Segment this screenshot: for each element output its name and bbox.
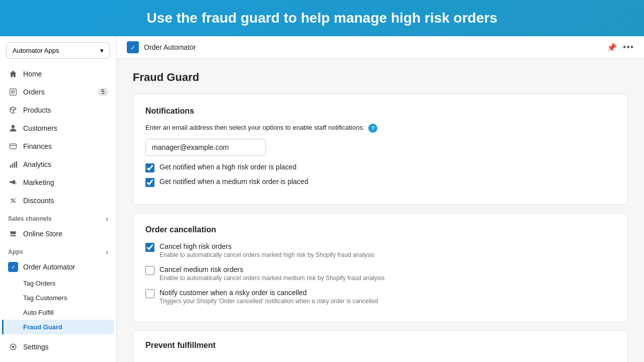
order-cancellation-card: Order cancellation Cancel high risk orde…	[133, 213, 628, 322]
sidebar-item-home-label: Home	[23, 70, 42, 78]
app-header-left: ✓ Order Automator	[127, 41, 196, 53]
sidebar-item-products-label: Products	[23, 106, 51, 114]
apps-chevron: ›	[106, 248, 108, 256]
pin-icon[interactable]: 📌	[607, 43, 617, 52]
sidebar-item-marketing-label: Marketing	[23, 178, 54, 187]
sidebar-item-home[interactable]: Home	[2, 65, 114, 83]
sidebar-item-finances[interactable]: Finances	[2, 137, 114, 155]
page-content: Fraud Guard Notifications Enter an email…	[117, 59, 644, 362]
notify-high-risk-checkbox[interactable]	[145, 163, 154, 172]
cancel-high-risk-row: Cancel high risk orders Enable to automa…	[145, 242, 615, 258]
sidebar: Automator Apps ▾ Home Orders 5 Products	[0, 36, 117, 362]
sidebar-item-analytics-label: Analytics	[23, 160, 51, 168]
email-input[interactable]	[145, 139, 266, 156]
notify-customer-desc: Triggers your Shopify 'Order cancelled' …	[159, 298, 378, 305]
analytics-icon	[8, 159, 18, 169]
tag-orders-label: Tag Orders	[23, 280, 55, 287]
notification-instruction: Enter an email address then select your …	[145, 124, 615, 133]
sales-channels-chevron: ›	[106, 215, 108, 223]
products-icon	[8, 105, 18, 115]
sidebar-item-orders[interactable]: Orders 5	[2, 83, 114, 101]
sidebar-item-discounts-label: Discounts	[23, 197, 54, 205]
chevron-down-icon: ▾	[100, 47, 104, 54]
more-actions-icon[interactable]: •••	[623, 42, 634, 53]
notify-medium-risk-label: Get notified when a medium risk order is…	[159, 177, 308, 186]
tag-customers-label: Tag Customers	[23, 294, 67, 302]
sales-channels-label: Sales channels	[8, 215, 52, 222]
sidebar-item-online-store-label: Online Store	[23, 230, 62, 238]
svg-rect-7	[10, 165, 11, 168]
notifications-section-title: Notifications	[145, 107, 615, 116]
svg-rect-5	[10, 144, 17, 149]
cancel-medium-risk-desc: Enable to automatically cancel orders ma…	[159, 275, 385, 282]
sidebar-dropdown[interactable]: Automator Apps ▾	[6, 42, 110, 59]
sidebar-item-discounts[interactable]: Discounts	[2, 192, 114, 210]
orders-badge: 5	[98, 88, 108, 96]
cancel-high-risk-checkbox[interactable]	[145, 243, 154, 252]
cancel-medium-risk-text: Cancel medium risk orders Enable to auto…	[159, 265, 385, 282]
prevent-fulfillment-card: Prevent fulfillment	[133, 330, 628, 362]
svg-rect-9	[14, 162, 15, 168]
notify-customer-checkbox[interactable]	[145, 289, 154, 298]
auto-fulfill-label: Auto Fulfill	[23, 309, 54, 316]
cancel-medium-risk-label: Cancel medium risk orders	[159, 265, 385, 274]
notify-customer-text: Notify customer when a risky order is ca…	[159, 289, 378, 305]
apps-label: Apps	[8, 248, 23, 255]
sidebar-item-online-store[interactable]: Online Store	[2, 225, 114, 243]
notify-medium-risk-row: Get notified when a medium risk order is…	[145, 177, 615, 187]
svg-point-11	[11, 199, 13, 200]
home-icon	[8, 69, 18, 79]
cancel-high-risk-desc: Enable to automatically cancel orders ma…	[159, 251, 375, 258]
store-icon	[8, 229, 18, 239]
orders-icon	[8, 87, 18, 97]
notify-customer-row: Notify customer when a risky order is ca…	[145, 289, 615, 305]
app-header-title: Order Automator	[144, 43, 196, 51]
marketing-icon	[8, 177, 18, 188]
sidebar-sub-item-fraud-guard[interactable]: Fraud Guard	[2, 320, 114, 334]
app-header-actions: 📌 •••	[607, 42, 634, 53]
svg-point-14	[12, 346, 14, 348]
sidebar-sub-item-tag-orders[interactable]: Tag Orders	[2, 276, 114, 291]
sidebar-item-settings[interactable]: Settings	[2, 338, 114, 356]
content-area: ✓ Order Automator 📌 ••• Fraud Guard Noti…	[117, 36, 644, 362]
settings-icon	[8, 342, 18, 352]
sales-channels-section: Sales channels ›	[0, 210, 116, 225]
apps-section: Apps ›	[0, 243, 116, 258]
svg-point-4	[12, 125, 15, 128]
page-title: Fraud Guard	[133, 71, 628, 84]
finances-icon	[8, 141, 18, 151]
sidebar-item-customers[interactable]: Customers	[2, 119, 114, 137]
notify-high-risk-row: Get notified when a high risk order is p…	[145, 163, 615, 172]
notify-high-risk-label: Get notified when a high risk order is p…	[159, 163, 296, 171]
app-header-icon: ✓	[127, 41, 139, 53]
sidebar-item-finances-label: Finances	[23, 142, 52, 150]
cancel-high-risk-text: Cancel high risk orders Enable to automa…	[159, 242, 375, 258]
cancel-high-risk-label: Cancel high risk orders	[159, 242, 375, 250]
svg-point-12	[14, 201, 15, 203]
sidebar-item-customers-label: Customers	[23, 124, 57, 132]
sidebar-item-analytics[interactable]: Analytics	[2, 155, 114, 173]
sidebar-item-marketing[interactable]: Marketing	[2, 173, 114, 192]
banner-text: Use the fraud guard to help manage high …	[146, 10, 497, 26]
fraud-guard-label: Fraud Guard	[23, 323, 62, 331]
notify-customer-label: Notify customer when a risky order is ca…	[159, 289, 378, 297]
cancel-medium-risk-checkbox[interactable]	[145, 266, 154, 275]
help-icon[interactable]: ?	[368, 124, 377, 133]
notification-instruction-text: Enter an email address then select your …	[145, 124, 365, 132]
prevent-fulfillment-title: Prevent fulfillment	[145, 341, 615, 350]
sidebar-sub-item-auto-fulfill[interactable]: Auto Fulfill	[2, 305, 114, 320]
cancel-medium-risk-row: Cancel medium risk orders Enable to auto…	[145, 265, 615, 282]
order-automator-icon: ✓	[8, 262, 18, 272]
sidebar-sub-item-tag-customers[interactable]: Tag Customers	[2, 291, 114, 305]
sidebar-item-order-automator[interactable]: ✓ Order Automator	[2, 258, 114, 276]
discounts-icon	[8, 196, 18, 206]
notify-medium-risk-checkbox[interactable]	[145, 178, 154, 187]
svg-rect-10	[16, 161, 17, 168]
top-banner: Use the fraud guard to help manage high …	[0, 0, 644, 36]
sidebar-item-products[interactable]: Products	[2, 101, 114, 119]
sidebar-dropdown-label: Automator Apps	[13, 47, 59, 54]
app-header: ✓ Order Automator 📌 •••	[117, 36, 644, 59]
order-cancellation-section-title: Order cancellation	[145, 225, 615, 234]
svg-rect-8	[12, 164, 13, 168]
customers-icon	[8, 123, 18, 133]
